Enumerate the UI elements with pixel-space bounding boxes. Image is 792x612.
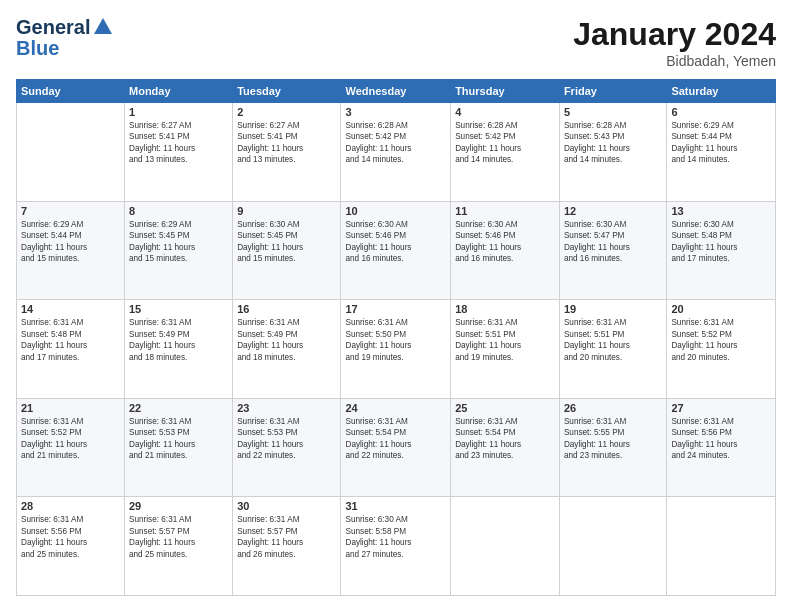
calendar-week-row: 7Sunrise: 6:29 AM Sunset: 5:44 PM Daylig… bbox=[17, 201, 776, 300]
day-number: 17 bbox=[345, 303, 446, 315]
day-number: 28 bbox=[21, 500, 120, 512]
day-info: Sunrise: 6:28 AM Sunset: 5:43 PM Dayligh… bbox=[564, 120, 662, 166]
day-info: Sunrise: 6:31 AM Sunset: 5:51 PM Dayligh… bbox=[564, 317, 662, 363]
day-info: Sunrise: 6:31 AM Sunset: 5:51 PM Dayligh… bbox=[455, 317, 555, 363]
calendar: SundayMondayTuesdayWednesdayThursdayFrid… bbox=[16, 79, 776, 596]
day-number: 8 bbox=[129, 205, 228, 217]
weekday-header: Friday bbox=[559, 80, 666, 103]
day-info: Sunrise: 6:30 AM Sunset: 5:46 PM Dayligh… bbox=[345, 219, 446, 265]
calendar-cell: 21Sunrise: 6:31 AM Sunset: 5:52 PM Dayli… bbox=[17, 398, 125, 497]
day-number: 11 bbox=[455, 205, 555, 217]
weekday-header: Sunday bbox=[17, 80, 125, 103]
calendar-cell: 8Sunrise: 6:29 AM Sunset: 5:45 PM Daylig… bbox=[125, 201, 233, 300]
day-info: Sunrise: 6:31 AM Sunset: 5:52 PM Dayligh… bbox=[671, 317, 771, 363]
calendar-cell: 30Sunrise: 6:31 AM Sunset: 5:57 PM Dayli… bbox=[233, 497, 341, 596]
day-number: 2 bbox=[237, 106, 336, 118]
day-number: 25 bbox=[455, 402, 555, 414]
calendar-header-row: SundayMondayTuesdayWednesdayThursdayFrid… bbox=[17, 80, 776, 103]
day-info: Sunrise: 6:30 AM Sunset: 5:48 PM Dayligh… bbox=[671, 219, 771, 265]
calendar-cell: 10Sunrise: 6:30 AM Sunset: 5:46 PM Dayli… bbox=[341, 201, 451, 300]
location: Bidbadah, Yemen bbox=[573, 53, 776, 69]
calendar-cell bbox=[667, 497, 776, 596]
weekday-header: Thursday bbox=[451, 80, 560, 103]
day-info: Sunrise: 6:29 AM Sunset: 5:44 PM Dayligh… bbox=[671, 120, 771, 166]
day-info: Sunrise: 6:31 AM Sunset: 5:54 PM Dayligh… bbox=[345, 416, 446, 462]
calendar-cell: 12Sunrise: 6:30 AM Sunset: 5:47 PM Dayli… bbox=[559, 201, 666, 300]
calendar-cell: 7Sunrise: 6:29 AM Sunset: 5:44 PM Daylig… bbox=[17, 201, 125, 300]
day-info: Sunrise: 6:30 AM Sunset: 5:46 PM Dayligh… bbox=[455, 219, 555, 265]
calendar-cell bbox=[451, 497, 560, 596]
calendar-cell: 28Sunrise: 6:31 AM Sunset: 5:56 PM Dayli… bbox=[17, 497, 125, 596]
day-number: 7 bbox=[21, 205, 120, 217]
day-number: 26 bbox=[564, 402, 662, 414]
page: General Blue January 2024 Bidbadah, Yeme… bbox=[0, 0, 792, 612]
calendar-cell: 4Sunrise: 6:28 AM Sunset: 5:42 PM Daylig… bbox=[451, 103, 560, 202]
day-info: Sunrise: 6:28 AM Sunset: 5:42 PM Dayligh… bbox=[345, 120, 446, 166]
day-number: 3 bbox=[345, 106, 446, 118]
calendar-cell: 25Sunrise: 6:31 AM Sunset: 5:54 PM Dayli… bbox=[451, 398, 560, 497]
day-info: Sunrise: 6:31 AM Sunset: 5:56 PM Dayligh… bbox=[21, 514, 120, 560]
day-number: 5 bbox=[564, 106, 662, 118]
weekday-header: Wednesday bbox=[341, 80, 451, 103]
calendar-cell: 6Sunrise: 6:29 AM Sunset: 5:44 PM Daylig… bbox=[667, 103, 776, 202]
day-number: 12 bbox=[564, 205, 662, 217]
weekday-header: Tuesday bbox=[233, 80, 341, 103]
month-year: January 2024 bbox=[573, 16, 776, 53]
day-info: Sunrise: 6:30 AM Sunset: 5:58 PM Dayligh… bbox=[345, 514, 446, 560]
day-number: 27 bbox=[671, 402, 771, 414]
calendar-cell: 29Sunrise: 6:31 AM Sunset: 5:57 PM Dayli… bbox=[125, 497, 233, 596]
calendar-week-row: 21Sunrise: 6:31 AM Sunset: 5:52 PM Dayli… bbox=[17, 398, 776, 497]
day-number: 29 bbox=[129, 500, 228, 512]
title-block: January 2024 Bidbadah, Yemen bbox=[573, 16, 776, 69]
calendar-cell: 3Sunrise: 6:28 AM Sunset: 5:42 PM Daylig… bbox=[341, 103, 451, 202]
calendar-cell: 2Sunrise: 6:27 AM Sunset: 5:41 PM Daylig… bbox=[233, 103, 341, 202]
calendar-week-row: 28Sunrise: 6:31 AM Sunset: 5:56 PM Dayli… bbox=[17, 497, 776, 596]
day-info: Sunrise: 6:31 AM Sunset: 5:57 PM Dayligh… bbox=[237, 514, 336, 560]
day-number: 10 bbox=[345, 205, 446, 217]
day-number: 23 bbox=[237, 402, 336, 414]
day-info: Sunrise: 6:31 AM Sunset: 5:49 PM Dayligh… bbox=[237, 317, 336, 363]
day-number: 21 bbox=[21, 402, 120, 414]
calendar-cell: 14Sunrise: 6:31 AM Sunset: 5:48 PM Dayli… bbox=[17, 300, 125, 399]
calendar-cell: 11Sunrise: 6:30 AM Sunset: 5:46 PM Dayli… bbox=[451, 201, 560, 300]
calendar-cell: 16Sunrise: 6:31 AM Sunset: 5:49 PM Dayli… bbox=[233, 300, 341, 399]
calendar-cell: 15Sunrise: 6:31 AM Sunset: 5:49 PM Dayli… bbox=[125, 300, 233, 399]
day-number: 1 bbox=[129, 106, 228, 118]
day-info: Sunrise: 6:31 AM Sunset: 5:52 PM Dayligh… bbox=[21, 416, 120, 462]
day-number: 14 bbox=[21, 303, 120, 315]
calendar-week-row: 14Sunrise: 6:31 AM Sunset: 5:48 PM Dayli… bbox=[17, 300, 776, 399]
day-number: 15 bbox=[129, 303, 228, 315]
calendar-cell: 5Sunrise: 6:28 AM Sunset: 5:43 PM Daylig… bbox=[559, 103, 666, 202]
weekday-header: Saturday bbox=[667, 80, 776, 103]
day-number: 22 bbox=[129, 402, 228, 414]
calendar-cell: 22Sunrise: 6:31 AM Sunset: 5:53 PM Dayli… bbox=[125, 398, 233, 497]
calendar-cell: 9Sunrise: 6:30 AM Sunset: 5:45 PM Daylig… bbox=[233, 201, 341, 300]
calendar-cell: 26Sunrise: 6:31 AM Sunset: 5:55 PM Dayli… bbox=[559, 398, 666, 497]
day-info: Sunrise: 6:29 AM Sunset: 5:44 PM Dayligh… bbox=[21, 219, 120, 265]
day-info: Sunrise: 6:31 AM Sunset: 5:53 PM Dayligh… bbox=[237, 416, 336, 462]
calendar-cell: 23Sunrise: 6:31 AM Sunset: 5:53 PM Dayli… bbox=[233, 398, 341, 497]
calendar-cell: 19Sunrise: 6:31 AM Sunset: 5:51 PM Dayli… bbox=[559, 300, 666, 399]
logo: General Blue bbox=[16, 16, 114, 58]
calendar-cell: 31Sunrise: 6:30 AM Sunset: 5:58 PM Dayli… bbox=[341, 497, 451, 596]
svg-marker-0 bbox=[94, 18, 112, 34]
calendar-cell bbox=[559, 497, 666, 596]
calendar-cell: 17Sunrise: 6:31 AM Sunset: 5:50 PM Dayli… bbox=[341, 300, 451, 399]
day-info: Sunrise: 6:31 AM Sunset: 5:49 PM Dayligh… bbox=[129, 317, 228, 363]
logo-blue: Blue bbox=[16, 38, 114, 58]
calendar-cell: 24Sunrise: 6:31 AM Sunset: 5:54 PM Dayli… bbox=[341, 398, 451, 497]
calendar-cell bbox=[17, 103, 125, 202]
day-info: Sunrise: 6:29 AM Sunset: 5:45 PM Dayligh… bbox=[129, 219, 228, 265]
day-number: 4 bbox=[455, 106, 555, 118]
day-number: 9 bbox=[237, 205, 336, 217]
day-info: Sunrise: 6:31 AM Sunset: 5:57 PM Dayligh… bbox=[129, 514, 228, 560]
day-info: Sunrise: 6:28 AM Sunset: 5:42 PM Dayligh… bbox=[455, 120, 555, 166]
day-info: Sunrise: 6:31 AM Sunset: 5:53 PM Dayligh… bbox=[129, 416, 228, 462]
day-number: 24 bbox=[345, 402, 446, 414]
day-info: Sunrise: 6:31 AM Sunset: 5:56 PM Dayligh… bbox=[671, 416, 771, 462]
day-info: Sunrise: 6:30 AM Sunset: 5:45 PM Dayligh… bbox=[237, 219, 336, 265]
calendar-cell: 1Sunrise: 6:27 AM Sunset: 5:41 PM Daylig… bbox=[125, 103, 233, 202]
logo-general: General bbox=[16, 16, 90, 38]
day-info: Sunrise: 6:31 AM Sunset: 5:48 PM Dayligh… bbox=[21, 317, 120, 363]
day-info: Sunrise: 6:30 AM Sunset: 5:47 PM Dayligh… bbox=[564, 219, 662, 265]
